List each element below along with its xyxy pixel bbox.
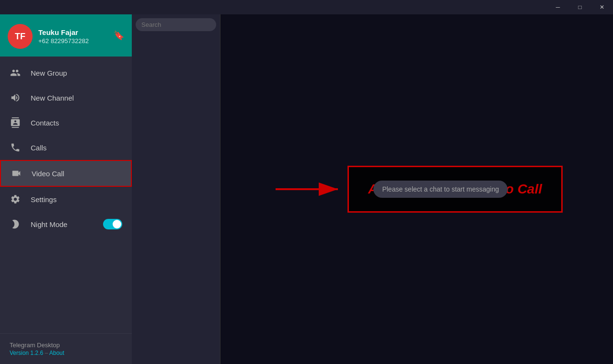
app-name: Telegram Desktop [10,341,122,349]
night-mode-toggle[interactable] [103,219,122,229]
night-mode-label: Night Mode [31,220,68,228]
minimize-button[interactable]: ─ [547,0,569,14]
sidebar-item-video-call[interactable]: Video Call [0,160,132,187]
sidebar-item-new-channel[interactable]: New Channel [0,85,132,110]
contacts-icon [10,117,21,128]
night-mode-icon [10,218,21,230]
title-bar: ─ □ ✕ [0,0,613,14]
profile-info: Teuku Fajar +62 82295732282 [38,28,124,45]
annotation-arrow [271,175,347,204]
close-button[interactable]: ✕ [591,0,613,14]
menu-list: New Group New Channel Contacts [0,57,132,333]
group-icon [10,67,21,79]
video-call-icon [11,168,22,179]
version-text: Version 1.2.6 – About [10,350,122,356]
bookmark-icon[interactable]: 🔖 [114,30,124,41]
sidebar: TF Teuku Fajar +62 82295732282 🔖 New Gro… [0,14,132,364]
calls-icon [10,142,21,153]
avatar: TF [8,24,33,49]
settings-icon [10,193,21,205]
select-chat-message: Please select a chat to start messaging [373,181,508,198]
sidebar-item-contacts[interactable]: Contacts [0,110,132,135]
sidebar-item-night-mode[interactable]: Night Mode [0,212,132,237]
sidebar-item-calls[interactable]: Calls [0,135,132,160]
profile-header: TF Teuku Fajar +62 82295732282 🔖 [0,14,132,57]
maximize-button[interactable]: □ [569,0,591,14]
main-area: TF Teuku Fajar +62 82295732282 🔖 New Gro… [0,14,613,364]
about-link[interactable]: About [49,350,64,356]
channel-icon [10,92,21,103]
chat-main: Adding Features Video Call Please select… [220,14,613,364]
title-bar-buttons: ─ □ ✕ [547,0,613,14]
chat-list-panel [132,14,220,364]
sidebar-item-settings[interactable]: Settings [0,187,132,212]
profile-name: Teuku Fajar [38,28,124,36]
settings-label: Settings [31,195,57,204]
new-channel-label: New Channel [31,94,74,102]
calls-label: Calls [31,144,46,152]
video-call-label: Video Call [32,170,64,178]
toggle-knob [113,220,121,228]
contacts-label: Contacts [31,119,59,127]
profile-phone: +62 82295732282 [38,37,124,45]
new-group-label: New Group [31,69,67,77]
chat-search-area [132,14,220,35]
sidebar-item-new-group[interactable]: New Group [0,60,132,85]
chat-search-input[interactable] [136,18,216,31]
sidebar-footer: Telegram Desktop Version 1.2.6 – About [0,333,132,364]
